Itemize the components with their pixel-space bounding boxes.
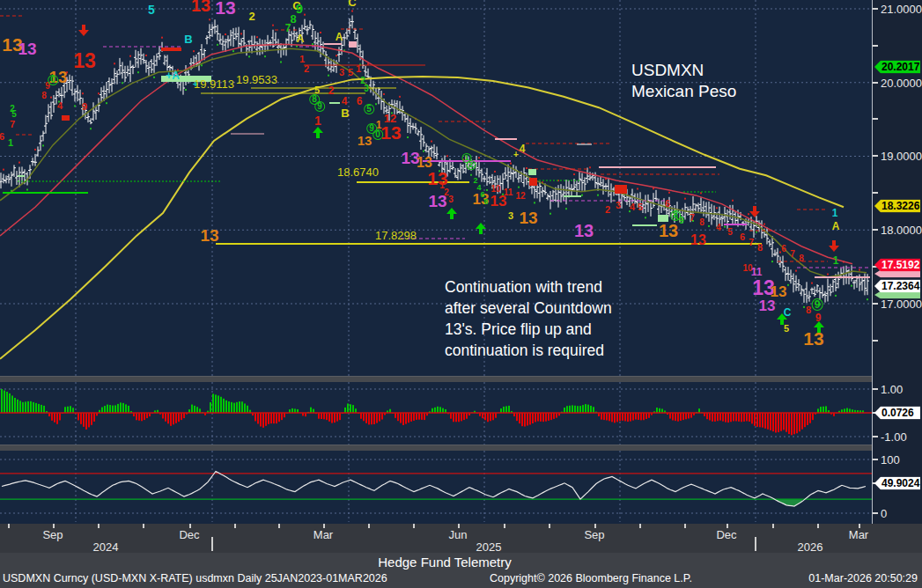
axis-label: 0 [881, 507, 887, 520]
countdown-13-label: 13 [358, 134, 372, 147]
arrow-stem [450, 214, 454, 219]
axis-label: 18.0000 [881, 224, 922, 237]
time-axis-tick [234, 524, 236, 528]
price-level-label: 17.8298 [375, 229, 417, 242]
axis-label: 19.0000 [881, 150, 922, 163]
td-count-label: A [832, 221, 840, 232]
td-count-label: 5 [348, 68, 353, 77]
oscillator-value-badge: 49.9024 [874, 477, 920, 490]
td-count-label: 4 [630, 202, 635, 212]
td-count-label: 1 [314, 114, 321, 127]
countdown-13-label: 13 [380, 123, 401, 142]
td-count-label: 9 [812, 298, 823, 311]
brand-text: Hedge Fund Telemetry [378, 555, 511, 570]
year-label: 2025 [476, 540, 502, 554]
time-axis-tick [684, 524, 686, 528]
axis-tick [873, 82, 878, 84]
countdown-13-label: 13 [519, 209, 537, 226]
axis-tick [873, 155, 878, 157]
histogram-canvas [0, 382, 872, 445]
td-count-label: 7 [10, 120, 15, 129]
td-count-label: 3 [616, 201, 621, 210]
arrow-head [749, 211, 760, 217]
bottom-time-axis[interactable]: SepDecMarJunSepDecMar202420252026 [0, 524, 922, 553]
arrow-stem [316, 133, 320, 138]
td-count-label: 2 [304, 64, 309, 74]
time-axis-tick [143, 524, 144, 528]
candlestick-series [0, 16, 869, 304]
time-axis-tick [549, 524, 550, 528]
histogram-panel[interactable] [0, 382, 872, 445]
td-count-label: 4 [57, 101, 63, 111]
down-arrow-icon [749, 206, 760, 217]
td-count-label: 12 [515, 192, 525, 201]
time-axis-tick [278, 524, 280, 528]
up-arrow-icon [777, 313, 787, 325]
td-count-label: 9 [679, 217, 684, 225]
time-axis-tick [639, 524, 641, 528]
axis-label: 20.0000 [881, 77, 922, 90]
td-count-label: 5 [784, 324, 789, 334]
td-count-label: 10 [491, 185, 500, 194]
td-count-label: 0 [48, 75, 58, 85]
td-count-label: 5 [727, 228, 733, 237]
price-badge: 20.2017 [874, 61, 920, 74]
countdown-13-label: 13 [18, 40, 36, 57]
footer-bar: Hedge Fund Telemetry USDMXN Curncy (USD-… [0, 553, 922, 588]
axis-label: 100 [881, 453, 900, 467]
td-count-label: 3 [448, 195, 454, 204]
year-divider [211, 537, 213, 551]
axis-label: 21.0000 [881, 3, 922, 16]
oscillator-panel[interactable] [0, 451, 872, 522]
td-count-label: 7 [790, 250, 795, 259]
td-count-label: 2 [328, 85, 335, 96]
td-count-label: 2 [466, 160, 476, 170]
bloomberg-chart-window: 13131313131325CCAABB+A+98776125499801235… [0, 0, 922, 588]
arrow-head [313, 127, 323, 133]
timestamp: 01-Mar-2026 20:50:29 [808, 572, 918, 584]
td-count-label: 9 [314, 101, 325, 112]
oscillator-line [2, 471, 866, 506]
comment-line: after several Countdown [445, 298, 612, 319]
up-arrow-icon [446, 208, 457, 219]
td-count-label: 5 [148, 4, 155, 16]
histogram-bars-positive [1, 389, 864, 413]
td-count-label: 1 [356, 64, 361, 74]
td-count-label: 6 [665, 199, 670, 209]
td-count-label: 8 [699, 218, 704, 227]
axis-tick [873, 303, 878, 305]
right-price-axis[interactable]: 21.000020.000019.000018.000017.00001.00-… [872, 0, 922, 524]
month-label: Jun [449, 528, 468, 541]
year-label: 2024 [93, 540, 119, 554]
axis-tick [873, 436, 878, 437]
axis-label: -1.00 [881, 430, 907, 444]
td-count-label: 7 [285, 23, 291, 33]
main-price-panel[interactable]: 13131313131325CCAABB+A+98776125499801235… [0, 0, 872, 376]
countdown-13-label: 13 [759, 298, 776, 313]
td-count-label: 2 [248, 11, 254, 22]
axis-tick [873, 388, 878, 390]
td-count-label: 7 [749, 238, 754, 247]
countdown-13-label: 13 [200, 227, 218, 244]
up-arrow-icon [313, 127, 323, 138]
comment-line: continuation is required [445, 340, 612, 361]
down-arrow-icon [78, 25, 89, 36]
td-count-label: 3 [364, 85, 369, 93]
td-count-label: 1 [8, 138, 13, 148]
time-axis-tick [772, 524, 774, 528]
td-count-label: 4 [342, 96, 348, 107]
td-count-label: 6 [0, 132, 4, 142]
month-label: Sep [42, 528, 63, 541]
td-count-label: 9 [82, 102, 87, 112]
arrow-head [446, 208, 457, 214]
time-axis-tick [817, 524, 819, 528]
axis-tick [873, 118, 878, 120]
month-label: Mar [313, 528, 333, 541]
oscillator-gridlines [0, 451, 872, 522]
td-count-label: 5 [364, 104, 374, 114]
analyst-comment: Continuation with trend after several Co… [445, 276, 612, 361]
arrow-head [814, 321, 824, 327]
down-arrow-icon [829, 240, 839, 252]
month-label: Sep [584, 528, 604, 541]
td-count-label: 6 [740, 232, 745, 242]
